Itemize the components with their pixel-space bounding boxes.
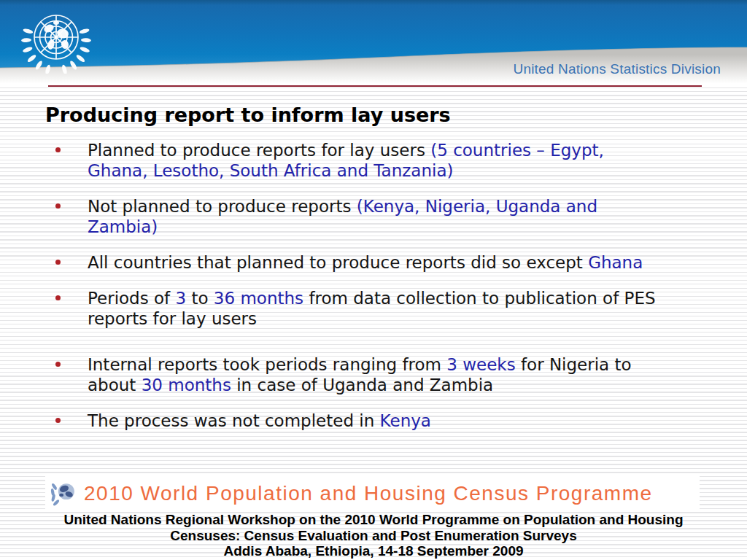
text-segment: (Kenya, Nigeria, Uganda and — [357, 197, 597, 216]
text-segment: Zambia) — [88, 217, 158, 236]
footer-line-3: Addis Ababa, Ethiopia, 14-18 September 2… — [0, 543, 747, 559]
text-segment: for Nigeria to — [516, 355, 632, 374]
text-segment: Planned to produce reports for lay users — [88, 141, 430, 160]
text-segment: Not planned to produce reports — [88, 197, 357, 216]
programme-logo-text: 2010 World Population and Housing Census… — [84, 482, 653, 505]
text-segment: about — [88, 376, 142, 394]
text-segment: to — [186, 289, 214, 308]
text-segment: from data collection to publication of P… — [303, 289, 655, 308]
census-logo-icon — [49, 479, 80, 508]
footer-line-1: United Nations Regional Workshop on the … — [0, 512, 747, 528]
division-label: United Nations Statistics Division — [513, 61, 721, 77]
bullet-item: Internal reports took periods ranging fr… — [45, 354, 711, 395]
slide: { "colors": { "accent-blue": "#2323aa", … — [0, 0, 747, 560]
footer-line-2: Censuses: Census Evaluation and Post Enu… — [0, 528, 747, 544]
bullet-line: Zambia) — [88, 217, 711, 237]
bullet-line: The process was not completed in Kenya — [88, 411, 711, 431]
footer-text: United Nations Regional Workshop on the … — [0, 512, 747, 559]
text-segment: Ghana — [588, 253, 643, 272]
header-banner: United Nations Statistics Division — [0, 0, 747, 88]
bullet-item: All countries that planned to produce re… — [45, 252, 711, 273]
bullet-dot — [55, 362, 61, 367]
text-segment: 30 months — [142, 376, 231, 394]
bullet-line: Periods of 3 to 36 months from data coll… — [88, 288, 711, 308]
bullet-dot — [55, 418, 61, 423]
bullet-line: Planned to produce reports for lay users… — [88, 140, 711, 160]
footer-logo-box: 2010 World Population and Housing Census… — [45, 475, 700, 512]
bullet-dot — [55, 295, 61, 300]
text-segment: 36 months — [214, 289, 303, 308]
text-segment: Internal reports took periods ranging fr… — [88, 355, 446, 374]
bullet-dot — [55, 203, 61, 209]
bullet-list: Planned to produce reports for lay users… — [45, 140, 711, 446]
bullet-item: Periods of 3 to 36 months from data coll… — [45, 288, 711, 329]
bullet-item: Planned to produce reports for lay users… — [45, 140, 711, 181]
text-segment: All countries that planned to produce re… — [88, 253, 588, 272]
bullet-line: All countries that planned to produce re… — [88, 252, 711, 273]
text-segment: The process was not completed in — [88, 411, 380, 430]
text-segment: reports for lay users — [88, 309, 257, 328]
slide-title: Producing report to inform lay users — [45, 104, 451, 126]
text-segment: 3 weeks — [446, 355, 515, 374]
bullet-line: Internal reports took periods ranging fr… — [88, 354, 711, 375]
un-emblem-icon — [19, 4, 93, 74]
text-segment: Kenya — [380, 411, 431, 430]
text-segment: 3 — [176, 289, 187, 308]
bullet-line: about 30 months in case of Uganda and Za… — [88, 375, 711, 395]
bullet-item: Not planned to produce reports (Kenya, N… — [45, 196, 711, 237]
text-segment: Periods of — [88, 289, 176, 308]
bullet-dot — [55, 147, 61, 152]
text-segment: in case of Uganda and Zambia — [231, 376, 493, 394]
bullet-dot — [55, 260, 61, 265]
bullet-line: reports for lay users — [88, 308, 711, 329]
text-segment: (5 countries – Egypt, — [430, 141, 604, 160]
divider-line — [48, 85, 702, 87]
bullet-line: Ghana, Lesotho, South Africa and Tanzani… — [88, 160, 711, 181]
text-segment: Ghana, Lesotho, South Africa and Tanzani… — [88, 161, 453, 180]
bullet-line: Not planned to produce reports (Kenya, N… — [88, 196, 711, 217]
bullet-item: The process was not completed in Kenya — [45, 411, 711, 431]
